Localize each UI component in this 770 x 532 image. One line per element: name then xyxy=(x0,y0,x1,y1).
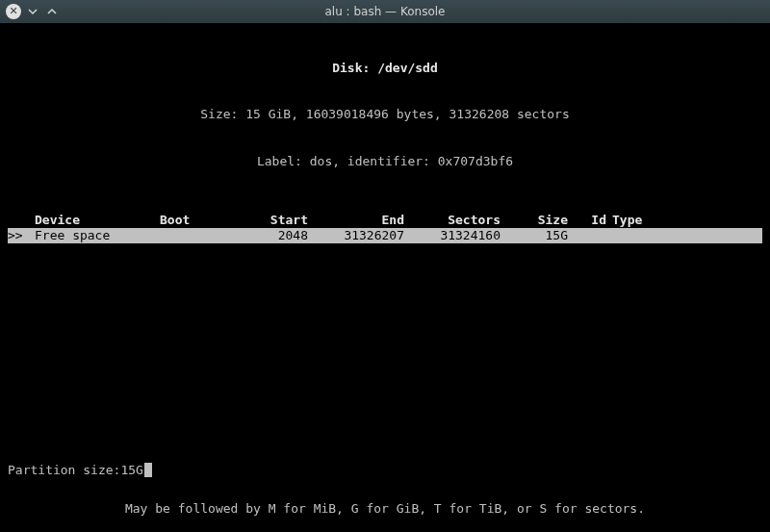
col-size: Size xyxy=(506,213,574,228)
maximize-icon[interactable] xyxy=(44,4,60,19)
cell-sectors: 31324160 xyxy=(410,228,506,243)
cell-device: Free space xyxy=(35,228,160,243)
prompt-label: Partition size: xyxy=(8,463,120,478)
disk-label-line: Label: dos, identifier: 0x707d3bf6 xyxy=(8,154,762,169)
disk-header: Disk: /dev/sdd Size: 15 GiB, 16039018496… xyxy=(8,29,762,201)
terminal-spacer xyxy=(8,243,762,462)
col-boot: Boot xyxy=(160,213,218,228)
table-row[interactable]: >> Free space 2048 31326207 31324160 15G xyxy=(8,228,762,243)
cell-type xyxy=(612,228,689,243)
terminal-viewport[interactable]: Disk: /dev/sdd Size: 15 GiB, 16039018496… xyxy=(0,23,770,532)
footer-hint: May be followed by M for MiB, G for GiB,… xyxy=(8,501,762,524)
cell-boot xyxy=(160,228,218,243)
close-icon[interactable]: ✕ xyxy=(6,4,21,19)
col-id: Id xyxy=(574,213,612,228)
table-header-row: Device Boot Start End Sectors Size Id Ty… xyxy=(8,213,762,228)
col-device: Device xyxy=(35,213,160,228)
cell-end: 31326207 xyxy=(314,228,410,243)
col-start: Start xyxy=(218,213,314,228)
window-controls: ✕ xyxy=(6,4,60,19)
prompt-value: 15G xyxy=(120,463,142,478)
col-end: End xyxy=(314,213,410,228)
text-cursor xyxy=(144,463,152,477)
col-sectors: Sectors xyxy=(410,213,506,228)
col-type: Type xyxy=(612,213,689,228)
cell-size: 15G xyxy=(506,228,574,243)
cell-id xyxy=(574,228,612,243)
window-title: alu : bash — Konsole xyxy=(0,5,770,18)
col-cursor xyxy=(8,213,35,228)
window-titlebar: ✕ alu : bash — Konsole xyxy=(0,0,770,23)
row-cursor: >> xyxy=(8,228,35,243)
cell-start: 2048 xyxy=(218,228,314,243)
partition-table: Device Boot Start End Sectors Size Id Ty… xyxy=(8,213,762,244)
partition-size-prompt[interactable]: Partition size: 15G xyxy=(8,463,762,478)
disk-size-line: Size: 15 GiB, 16039018496 bytes, 3132620… xyxy=(8,107,762,122)
minimize-icon[interactable] xyxy=(25,4,40,19)
disk-line: Disk: /dev/sdd xyxy=(8,61,762,76)
